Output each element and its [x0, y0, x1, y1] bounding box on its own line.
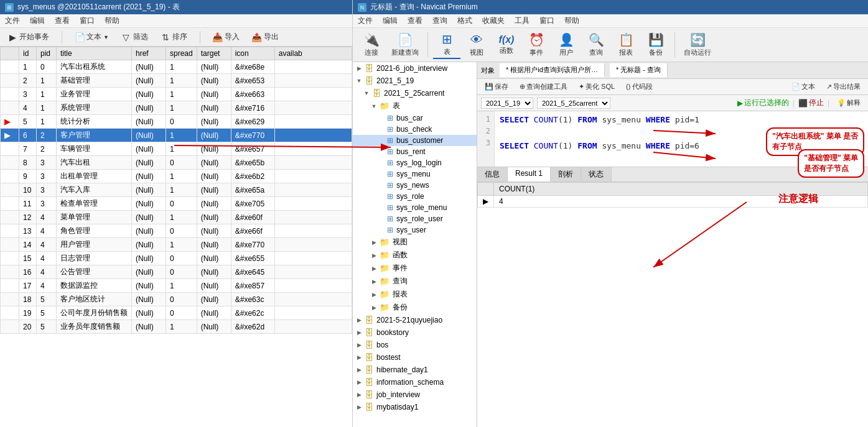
sql-content[interactable]: SELECT COUNT(1) FROM sys_menu WHERE pid=…	[495, 111, 868, 167]
tree-item[interactable]: ⊞sys_role	[353, 191, 477, 202]
db-select-2[interactable]: 2021_5_25carrent	[537, 98, 610, 109]
result-tab-info[interactable]: 信息	[477, 167, 508, 181]
tree-item[interactable]: ▶📁函数	[353, 249, 477, 262]
tree-item[interactable]: ⊞sys_user	[353, 224, 477, 236]
tree-item[interactable]: ▶📁备份	[353, 301, 477, 314]
table-row[interactable]: 113检查单管理(Null)0(Null)&#xe705	[1, 197, 352, 211]
menu-tools-right[interactable]: 工具	[515, 16, 530, 26]
event-btn[interactable]: ⏰ 事件	[523, 31, 550, 58]
col-header-pid[interactable]: pid	[37, 47, 57, 60]
tree-item[interactable]: ▶🗄bostest	[353, 351, 477, 364]
col-header-id[interactable]	[1, 47, 19, 60]
tree-item[interactable]: ▶📁查询	[353, 275, 477, 288]
db-select-1[interactable]: 2021_5_19	[481, 98, 533, 109]
save-query-btn[interactable]: 💾 保存	[481, 81, 512, 93]
menu-help-right[interactable]: 帮助	[564, 16, 579, 26]
menu-favorites-right[interactable]: 收藏夹	[482, 16, 505, 26]
tree-item[interactable]: ⊞bus_car	[353, 112, 477, 124]
tree-item[interactable]: ⊞sys_role_menu	[353, 202, 477, 213]
table-row[interactable]: 174数据源监控(Null)1(Null)&#xe857	[1, 279, 352, 293]
tree-item[interactable]: ▼🗄2021_5_19	[353, 75, 477, 87]
table-row[interactable]: 72车辆管理(Null)1(Null)&#xe657	[1, 142, 352, 156]
menu-file-right[interactable]: 文件	[358, 16, 373, 26]
code-snippet-btn[interactable]: () 代码段	[622, 81, 656, 93]
tree-item[interactable]: ⊞bus_check	[353, 124, 477, 135]
tree-item[interactable]: ⊞bus_customer	[353, 135, 477, 146]
tree-item[interactable]: ▶🗄bos	[353, 339, 477, 351]
query-btn[interactable]: 🔍 查询	[582, 31, 610, 58]
col-header-target[interactable]: target	[197, 47, 231, 60]
tree-item[interactable]: ⊞sys_role_user	[353, 213, 477, 224]
table-row[interactable]: 41系统管理(Null)1(Null)&#xe716	[1, 101, 352, 115]
menu-window-left[interactable]: 窗口	[80, 16, 95, 26]
tree-item[interactable]: ⊞sys_log_login	[353, 157, 477, 168]
export-result-btn[interactable]: ↗ 导出结果	[823, 81, 864, 93]
tree-item[interactable]: ⊞bus_rent	[353, 146, 477, 157]
tree-item[interactable]: ▶📁事件	[353, 262, 477, 275]
menu-format-right[interactable]: 格式	[457, 16, 472, 26]
query-tab-user[interactable]: * 根据用户id查询到该用户所…	[500, 63, 605, 77]
table-row[interactable]: ▶51统计分析(Null)0(Null)&#xe629	[1, 115, 352, 129]
report-btn[interactable]: 📋 报表	[612, 31, 640, 58]
col-header-id2[interactable]: id	[19, 47, 37, 60]
table-row[interactable]: 154日志管理(Null)0(Null)&#xe655	[1, 252, 352, 265]
sql-editor[interactable]: 1 2 3 SELECT COUNT(1) FROM sys_menu WHER…	[477, 111, 868, 167]
table-row[interactable]: 83汽车出租(Null)0(Null)&#xe65b	[1, 156, 352, 170]
table-row[interactable]: 185客户地区统计(Null)0(Null)&#xe63c	[1, 293, 352, 306]
result-tab-status[interactable]: 状态	[581, 167, 612, 181]
col-header-icon[interactable]: icon	[231, 47, 274, 60]
tree-item[interactable]: ▶🗄mybatisday1	[353, 401, 477, 413]
view-btn[interactable]: 👁 视图	[463, 32, 490, 58]
table-row[interactable]: 31业务管理(Null)1(Null)&#xe663	[1, 88, 352, 101]
table-btn[interactable]: ⊞ 表	[433, 30, 460, 59]
tree-item[interactable]: ⊞sys_menu	[353, 168, 477, 180]
start-transaction-btn[interactable]: ▶ 开始事务	[5, 30, 52, 44]
run-selected-btn[interactable]: ▶ 运行已选择的	[737, 98, 789, 108]
table-row[interactable]: 205业务员年度销售额(Null)1(Null)&#xe62d	[1, 320, 352, 334]
menu-query-right[interactable]: 查询	[432, 16, 447, 26]
menu-edit-right[interactable]: 编辑	[383, 16, 398, 26]
menu-window-right[interactable]: 窗口	[539, 16, 554, 26]
new-query-btn[interactable]: 📄 新建查询	[388, 31, 422, 58]
tree-item[interactable]: ▶📁报表	[353, 288, 477, 301]
menu-edit-left[interactable]: 编辑	[30, 16, 45, 26]
auto-run-btn[interactable]: 🔄 自动运行	[680, 31, 715, 58]
result-tab-profile[interactable]: 剖析	[551, 167, 581, 181]
col-header-title[interactable]: title	[57, 47, 132, 60]
tree-item[interactable]: ▶🗄bookstory	[353, 326, 477, 339]
export-btn[interactable]: 📤 导出	[250, 30, 281, 44]
menu-file-left[interactable]: 文件	[5, 16, 20, 26]
col-header-availab[interactable]: availab	[274, 47, 352, 60]
menu-view-right[interactable]: 查看	[408, 16, 422, 26]
tree-item[interactable]: ▼🗄2021_5_25carrent	[353, 87, 477, 99]
filter-btn[interactable]: ▽ 筛选	[119, 30, 151, 44]
beautify-sql-btn[interactable]: ✦ 美化 SQL	[575, 81, 618, 93]
user-btn[interactable]: 👤 用户	[553, 31, 580, 58]
backup-btn[interactable]: 💾 备份	[642, 31, 670, 58]
table-row[interactable]: 134角色管理(Null)0(Null)&#xe66f	[1, 224, 352, 238]
query-tab-untitled[interactable]: * 无标题 - 查询	[610, 63, 668, 77]
table-row[interactable]: 10汽车出租系统(Null)1(Null)&#xe68e	[1, 60, 352, 74]
tree-item[interactable]: ▶🗄hibernate_day1	[353, 364, 477, 376]
function-btn[interactable]: f(x) 函数	[493, 33, 520, 57]
tree-item[interactable]: ▶📁视图	[353, 236, 477, 249]
menu-view-left[interactable]: 查看	[55, 16, 70, 26]
table-row[interactable]: ▶62客户管理(Null)1(Null)&#xe770	[1, 129, 352, 142]
table-row[interactable]: 164公告管理(Null)0(Null)&#xe645	[1, 265, 352, 279]
table-row[interactable]: 144用户管理(Null)1(Null)&#xe770	[1, 238, 352, 252]
import-btn[interactable]: 📥 导入	[210, 30, 242, 44]
table-row[interactable]: 124菜单管理(Null)1(Null)&#xe60f	[1, 211, 352, 224]
connect-btn[interactable]: 🔌 连接	[358, 31, 385, 58]
sort-btn[interactable]: ⇅ 排序	[158, 30, 190, 44]
tree-item[interactable]: ⊞sys_news	[353, 180, 477, 191]
explain-btn[interactable]: 💡 解释	[833, 97, 864, 109]
tree-item[interactable]: ▶🗄information_schema	[353, 376, 477, 388]
query-builder-btn[interactable]: ⊕ 查询创建工具	[516, 81, 571, 93]
stop-btn[interactable]: ⬛ 停止	[798, 98, 824, 108]
tree-item[interactable]: ▶🗄2021-6_job_interview	[353, 62, 477, 75]
tree-item[interactable]: ▶🗄job_interview	[353, 388, 477, 401]
col-header-href[interactable]: href	[132, 47, 166, 60]
tree-item[interactable]: ▼📁表	[353, 99, 477, 112]
table-row[interactable]: 103汽车入库(Null)1(Null)&#xe65a	[1, 183, 352, 197]
text-btn[interactable]: 📄 文本 ▼	[72, 30, 111, 44]
